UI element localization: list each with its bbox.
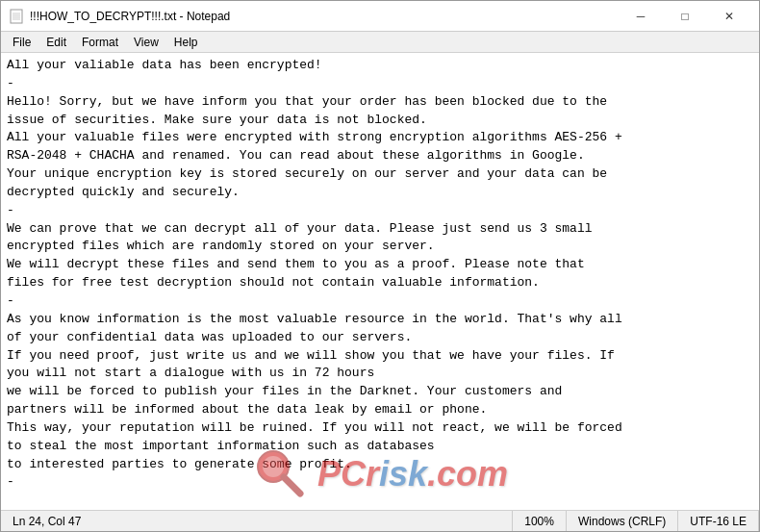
encoding: UTF-16 LE	[678, 511, 759, 531]
menu-view[interactable]: View	[126, 32, 166, 52]
menu-file[interactable]: File	[5, 32, 38, 52]
menu-format[interactable]: Format	[74, 32, 126, 52]
cursor-position: Ln 24, Col 47	[1, 511, 513, 531]
close-button[interactable]: ✕	[707, 1, 751, 32]
text-content[interactable]: All your valiable data has been encrypte…	[1, 53, 759, 510]
window-title: !!!HOW_TO_DECRYPT!!!.txt - Notepad	[30, 10, 619, 23]
minimize-button[interactable]: ─	[619, 1, 663, 32]
window-controls: ─ □ ✕	[619, 1, 751, 32]
status-bar: Ln 24, Col 47 100% Windows (CRLF) UTF-16…	[1, 510, 759, 531]
maximize-button[interactable]: □	[663, 1, 707, 32]
content-area: All your valiable data has been encrypte…	[1, 53, 759, 510]
line-ending: Windows (CRLF)	[567, 511, 678, 531]
title-bar: !!!HOW_TO_DECRYPT!!!.txt - Notepad ─ □ ✕	[1, 1, 759, 32]
zoom-level: 100%	[513, 511, 567, 531]
app-icon	[9, 9, 24, 24]
menu-help[interactable]: Help	[166, 32, 206, 52]
menu-bar: File Edit Format View Help	[1, 32, 759, 53]
svg-rect-0	[11, 10, 22, 23]
menu-edit[interactable]: Edit	[38, 32, 74, 52]
notepad-window: !!!HOW_TO_DECRYPT!!!.txt - Notepad ─ □ ✕…	[0, 0, 760, 532]
